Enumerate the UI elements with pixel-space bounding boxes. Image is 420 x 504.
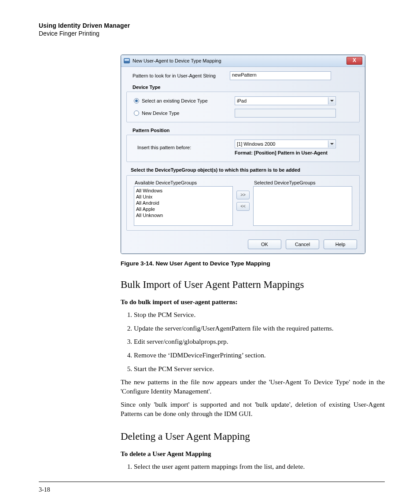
list-item: Update the server/config/UserAgentPatter… (134, 324, 385, 333)
device-type-section-label: Device Type (126, 84, 360, 92)
page-number: 3-18 (39, 486, 385, 493)
radio-new-label: New Device Type (142, 110, 179, 116)
body-paragraph: The new patterns in the file now appears… (121, 378, 385, 396)
bulk-import-steps: Stop the PCM Service. Update the server/… (121, 310, 385, 373)
pattern-position-group: Insert this pattern before: [1] Windows … (126, 135, 360, 162)
selected-groups-label: Selected DeviceTypeGroups (253, 180, 352, 186)
help-button[interactable]: Help (324, 239, 357, 249)
group-select-instruction: Select the DeviceTypeGroup object(s) to … (126, 166, 360, 175)
delete-steps: Select the user agent pattern mappings f… (121, 462, 385, 471)
section-heading-delete: Deleting a User Agent Mapping (121, 431, 385, 442)
dialog-window: New User-Agent to Device Type Mapping X … (121, 55, 365, 254)
dialog-titlebar: New User-Agent to Device Type Mapping X (121, 55, 365, 67)
available-groups-label: Available DeviceTypeGroups (134, 180, 233, 186)
bulk-import-intro: To do bulk import of user-agent patterns… (121, 298, 385, 306)
radio-new[interactable] (134, 110, 139, 116)
existing-device-value: iPad (237, 98, 247, 103)
list-item: Select the user agent pattern mappings f… (134, 462, 385, 471)
running-header-subtitle: Device Finger Printing (39, 30, 385, 37)
available-groups-list[interactable]: All Windows All Unix All Android All App… (134, 186, 233, 226)
section-heading-bulk-import: Bulk Import of User Agent Pattern Mappin… (121, 279, 385, 291)
list-item: Stop the PCM Service. (134, 310, 385, 320)
format-note: Format: [Position] Pattern in User-Agent (235, 150, 355, 155)
list-item[interactable]: All Android (136, 200, 231, 206)
pattern-input[interactable]: newPattern (230, 71, 331, 80)
insert-before-label: Insert this pattern before: (131, 145, 235, 150)
new-device-input[interactable] (235, 109, 336, 118)
radio-existing-label: Select an existing Device Type (142, 98, 208, 103)
list-item: Remove the ‘IDMDeviceFingerPrinting’ sec… (134, 351, 385, 360)
pattern-position-section-label: Pattern Position (126, 127, 360, 135)
existing-device-select[interactable]: iPad (235, 96, 336, 105)
list-item[interactable]: All Unknown (136, 212, 231, 218)
move-left-button[interactable]: << (236, 202, 250, 211)
radio-existing[interactable] (134, 98, 139, 103)
chevron-down-icon (328, 140, 335, 147)
list-item[interactable]: All Apple (136, 206, 231, 212)
list-item[interactable]: All Unix (136, 194, 231, 200)
cancel-button[interactable]: Cancel (286, 239, 319, 249)
list-item: Edit server/config/globalprops.prp. (134, 337, 385, 346)
figure-caption: Figure 3-14. New User Agent to Device Ty… (121, 260, 385, 267)
pattern-label: Pattern to look for in User-Agent String (126, 73, 230, 78)
insert-before-select[interactable]: [1] Windows 2000 (235, 140, 336, 148)
ok-button[interactable]: OK (248, 239, 281, 249)
footer-rule (39, 482, 385, 482)
list-item[interactable]: All Windows (136, 188, 231, 194)
body-paragraph: Since only 'bulk import' is supported an… (121, 400, 385, 418)
dialog-title: New User-Agent to Device Type Mapping (133, 58, 221, 63)
device-type-group-selector: Available DeviceTypeGroups All Windows A… (126, 175, 360, 231)
delete-intro: To delete a User Agent Mapping (121, 450, 385, 458)
chevron-down-icon (328, 97, 335, 104)
insert-before-value: [1] Windows 2000 (237, 141, 275, 147)
move-right-button[interactable]: >> (236, 191, 250, 199)
close-button[interactable]: X (346, 57, 362, 65)
window-icon (124, 58, 130, 63)
selected-groups-list[interactable] (253, 186, 352, 226)
list-item: Start the PCM Server service. (134, 364, 385, 374)
running-header-title: Using Identity Driven Manager (39, 22, 385, 29)
device-type-group: Select an existing Device Type iPad (126, 92, 360, 122)
